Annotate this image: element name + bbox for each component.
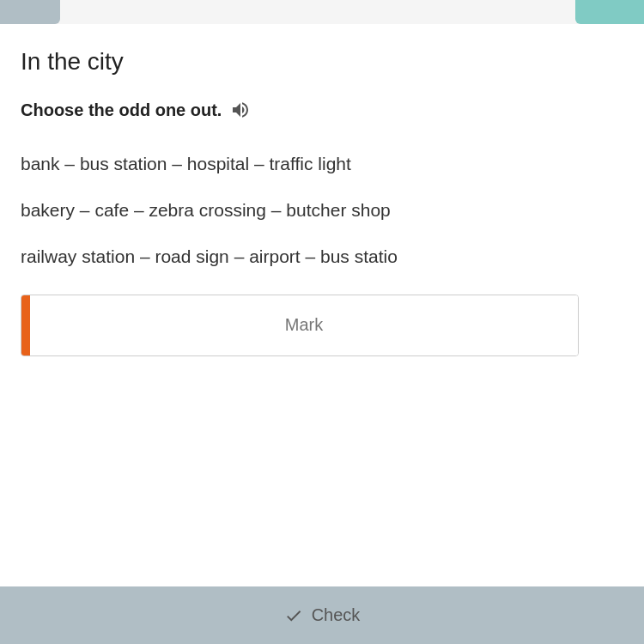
word-row-2: bakery – cafe – zebra crossing – butcher…: [21, 191, 623, 230]
top-right-tab: [575, 0, 644, 24]
answer-accent-bar: [21, 295, 30, 355]
word-row-1: bank – bus station – hospital – traffic …: [21, 144, 623, 184]
check-button-label: Check: [312, 605, 361, 625]
main-content: In the city Choose the odd one out. bank…: [0, 24, 644, 644]
word-list: bank – bus station – hospital – traffic …: [21, 144, 623, 277]
audio-icon[interactable]: [230, 100, 251, 120]
answer-input[interactable]: [30, 295, 578, 355]
top-left-tab: [0, 0, 60, 24]
check-button[interactable]: Check: [258, 598, 386, 632]
answer-box-container: [21, 295, 623, 356]
top-bar: [0, 0, 644, 24]
instruction-row: Choose the odd one out.: [21, 100, 623, 120]
check-button-container: Check: [0, 586, 644, 644]
page-title: In the city: [21, 48, 623, 76]
word-row-3: railway station – road sign – airport – …: [21, 237, 623, 276]
instruction-text: Choose the odd one out.: [21, 100, 222, 120]
answer-box: [21, 295, 579, 356]
